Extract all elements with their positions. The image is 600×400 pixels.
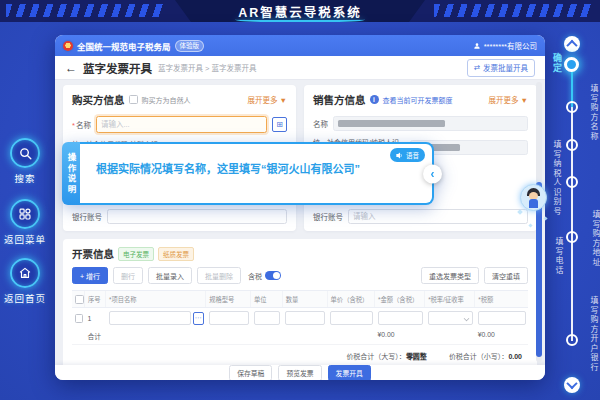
account-info[interactable]: ********有限公司 — [473, 40, 537, 51]
back-arrow-icon[interactable]: ← — [65, 62, 77, 74]
step-node-3[interactable] — [566, 139, 578, 151]
guide-callout: 操作说明 根据实际情况填写名称，这里填写“银河火山有限公司” 语音 ‹ — [62, 142, 434, 205]
chevron-down-icon — [566, 378, 577, 389]
sidebar-item-home[interactable]: 返回首页 — [0, 258, 50, 305]
amount-input[interactable] — [378, 311, 423, 325]
col-qty: 数量 — [283, 291, 328, 307]
items-table-header: 序号 *项目名称 规格型号 单位 数量 单价（含税） *金额（含税） *税率/征… — [72, 290, 528, 308]
breadcrumb: 蓝字发票开具 > 蓝字发票开具 — [158, 62, 257, 73]
step-label-taxid: 填写纳税人识别号 — [551, 140, 562, 216]
switch-icon: ⇄ — [474, 63, 480, 72]
batch-invoice-button[interactable]: ⇄ 发票批量开具 — [467, 59, 535, 77]
seller-name-label: 名称 — [313, 118, 328, 129]
step-label-bank: 填写购方开户银行 — [588, 296, 599, 372]
redacted-seller-name — [338, 120, 445, 127]
voice-play-button[interactable]: 语音 — [390, 148, 425, 162]
issue-invoice-button[interactable]: 发票开具 — [328, 365, 371, 381]
buyer-more-link[interactable]: 展开更多 ▼ — [247, 94, 287, 105]
select-all-checkbox[interactable] — [75, 295, 84, 304]
sidebar-item-menu[interactable]: 返回菜单 — [0, 199, 50, 246]
tax-rate-select[interactable] — [428, 311, 473, 325]
col-tax-rate: *税率/征收率 — [425, 291, 475, 307]
guide-callout-tab: 操作说明 — [62, 142, 80, 205]
account-name: ********有限公司 — [484, 40, 537, 51]
speaker-icon — [396, 152, 403, 159]
seller-bank-input[interactable] — [348, 209, 528, 224]
reselect-invoice-type-button[interactable]: 重选发票类型 — [421, 267, 479, 284]
batch-invoice-label: 发票批量开具 — [483, 62, 528, 73]
version-badge: 体验版 — [175, 40, 205, 52]
paper-invoice-tag: 纸质发票 — [158, 247, 194, 261]
clear-refill-button[interactable]: 清空重填 — [484, 267, 528, 284]
step-label-confirm: 确定 — [551, 53, 564, 74]
collapse-chevron-icon[interactable]: ‹ — [423, 164, 442, 183]
national-emblem-icon — [63, 41, 73, 51]
site-name: 全国统一规范电子税务局 — [77, 40, 171, 52]
unit-price-input[interactable] — [330, 311, 372, 325]
select-item-icon[interactable]: ⋯ — [193, 312, 204, 325]
col-tax: *税额 — [475, 291, 528, 307]
add-row-button[interactable]: + 增行 — [72, 267, 108, 284]
chevron-up-icon — [566, 40, 577, 51]
decor-stripes-right — [434, 4, 594, 17]
col-amount: *金额（含税） — [375, 291, 425, 307]
window-footer: 保存草稿 预览发票 发票开具 — [55, 365, 545, 380]
preview-invoice-button[interactable]: 预览发票 — [278, 365, 321, 381]
step-node-6[interactable] — [566, 334, 578, 346]
save-draft-button[interactable]: 保存草稿 — [229, 365, 272, 381]
buyer-bank-input[interactable] — [107, 209, 287, 224]
total-tax: ¥0.00 — [475, 328, 528, 344]
seller-bank-label: 银行账号 — [313, 211, 343, 222]
col-index: 序号 — [85, 291, 106, 307]
batch-delete-button[interactable]: 批量删除 — [197, 267, 241, 284]
electronic-invoice-tag: 电子发票 — [118, 247, 154, 261]
step-label-address: 填写购方地址 — [590, 210, 600, 267]
home-icon[interactable] — [10, 258, 40, 288]
buyer-card-title: 购买方信息 — [72, 92, 125, 107]
app-title: AR智慧云导税系统 — [238, 2, 362, 21]
tax-included-toggle-wrap: 含税 — [248, 271, 281, 281]
step-scroll-up-button[interactable] — [564, 36, 580, 52]
step-node-2[interactable] — [566, 101, 578, 113]
seller-card-title: 销售方信息 — [313, 92, 366, 107]
col-spec: 规格型号 — [206, 291, 251, 307]
col-unit-price: 单价（含税） — [328, 291, 375, 307]
tax-included-switch[interactable] — [265, 271, 281, 280]
col-unit: 单位 — [251, 291, 283, 307]
select-company-icon[interactable]: ⊞ — [272, 117, 287, 132]
search-icon[interactable] — [10, 138, 40, 168]
totals-row: 合计 ¥0.00 ¥0.00 — [72, 328, 528, 345]
voice-label: 语音 — [406, 150, 419, 160]
mascot-avatar[interactable] — [519, 184, 547, 234]
breadcrumb-bar: ← 蓝字发票开具 蓝字发票开具 > 蓝字发票开具 ⇄ 发票批量开具 — [55, 56, 545, 80]
row-index: 1 — [85, 308, 106, 328]
step-node-5[interactable] — [566, 231, 578, 243]
item-name-input[interactable] — [109, 311, 191, 325]
step-label-phone: 填写电话 — [553, 237, 564, 275]
delete-row-button[interactable]: 删行 — [113, 267, 143, 284]
invoice-quota-link[interactable]: 查看当前可开发票额度 — [383, 95, 453, 105]
buyer-name-input[interactable] — [96, 116, 267, 133]
seller-name-input — [333, 116, 528, 131]
grid-menu-icon[interactable] — [10, 199, 40, 229]
natural-person-checkbox[interactable] — [129, 95, 138, 104]
tax-included-label: 含税 — [248, 271, 262, 281]
info-icon: i — [370, 95, 379, 104]
seller-more-link[interactable]: 展开更多 ▼ — [488, 94, 528, 105]
ar-tax-guide-page: AR智慧云导税系统 搜索 返回菜单 返回首页 全国统一规范电子税务局 体验版 *… — [0, 0, 600, 400]
unit-input[interactable] — [254, 311, 281, 325]
col-item-name: *项目名称 — [106, 291, 206, 307]
guide-instruction-text: 根据实际情况填写名称，这里填写“银河火山有限公司” — [96, 161, 398, 178]
invoice-info-card: 开票信息 电子发票 纸质发票 + 增行 删行 批量录入 批量删除 含税 重选发票… — [63, 239, 537, 365]
step-node-4[interactable] — [566, 176, 578, 188]
row-checkbox[interactable] — [75, 314, 83, 323]
sidebar-menu-label: 返回菜单 — [0, 232, 50, 246]
qty-input[interactable] — [285, 311, 325, 325]
tax-input[interactable] — [478, 311, 526, 325]
step-node-1[interactable] — [564, 57, 579, 72]
sidebar-item-search[interactable]: 搜索 — [0, 138, 50, 185]
step-scroll-down-button[interactable] — [564, 377, 580, 393]
spec-input[interactable] — [209, 311, 249, 325]
batch-input-button[interactable]: 批量录入 — [148, 267, 192, 284]
sidebar-search-label: 搜索 — [0, 171, 50, 185]
